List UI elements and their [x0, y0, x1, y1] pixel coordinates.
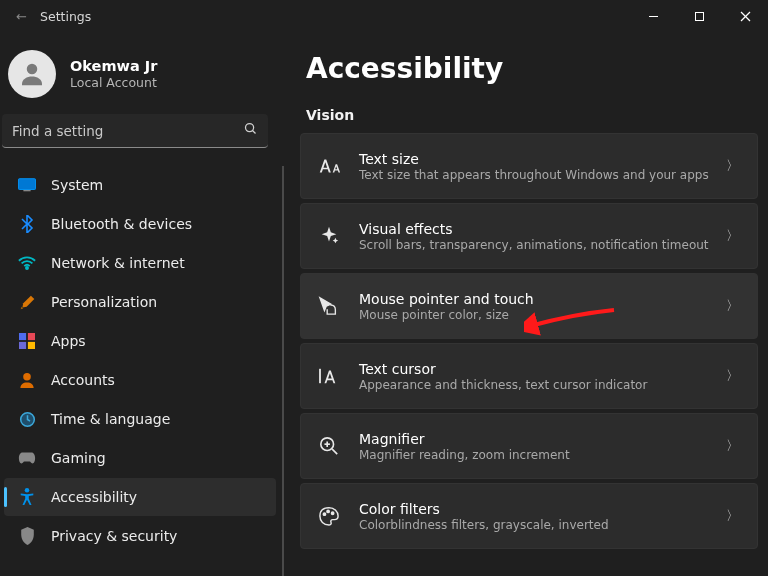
- gaming-icon: [18, 449, 36, 467]
- accessibility-icon: [18, 488, 36, 506]
- sidebar-item-label: Apps: [51, 333, 86, 349]
- svg-rect-18: [319, 369, 321, 383]
- maximize-button[interactable]: [676, 0, 722, 32]
- card-visual-effects[interactable]: Visual effects Scroll bars, transparency…: [300, 203, 758, 269]
- sidebar-item-gaming[interactable]: Gaming: [4, 439, 276, 477]
- sidebar-item-label: Network & internet: [51, 255, 185, 271]
- card-subtitle: Scroll bars, transparency, animations, n…: [359, 238, 710, 252]
- bluetooth-icon: [18, 215, 36, 233]
- sidebar-item-network[interactable]: Network & internet: [4, 244, 276, 282]
- card-title: Text size: [359, 151, 710, 167]
- palette-icon: [315, 506, 343, 526]
- card-title: Magnifier: [359, 431, 710, 447]
- svg-point-24: [327, 510, 329, 512]
- sidebar-item-label: Accessibility: [51, 489, 137, 505]
- user-sub: Local Account: [70, 75, 157, 90]
- user-profile[interactable]: Okemwa Jr Local Account: [0, 32, 284, 112]
- card-subtitle: Colorblindness filters, grayscale, inver…: [359, 518, 710, 532]
- card-subtitle: Text size that appears throughout Window…: [359, 168, 710, 182]
- chevron-right-icon: 〉: [726, 367, 739, 385]
- svg-point-4: [27, 64, 38, 75]
- sidebar-item-label: Personalization: [51, 294, 157, 310]
- text-size-icon: [315, 157, 343, 175]
- svg-rect-8: [23, 190, 30, 191]
- card-mouse-pointer[interactable]: Mouse pointer and touch Mouse pointer co…: [300, 273, 758, 339]
- sidebar-item-label: Gaming: [51, 450, 106, 466]
- sidebar-item-accessibility[interactable]: Accessibility: [4, 478, 276, 516]
- svg-rect-13: [28, 342, 35, 349]
- minimize-button[interactable]: [630, 0, 676, 32]
- svg-rect-7: [18, 179, 35, 190]
- card-subtitle: Mouse pointer color, size: [359, 308, 710, 322]
- sidebar-item-label: Bluetooth & devices: [51, 216, 192, 232]
- sidebar-item-bluetooth[interactable]: Bluetooth & devices: [4, 205, 276, 243]
- card-title: Visual effects: [359, 221, 710, 237]
- svg-point-9: [26, 267, 28, 269]
- card-text-cursor[interactable]: Text cursor Appearance and thickness, te…: [300, 343, 758, 409]
- svg-line-20: [332, 449, 337, 454]
- person-icon: [18, 371, 36, 389]
- search-input[interactable]: Find a setting: [2, 114, 268, 148]
- card-subtitle: Magnifier reading, zoom increment: [359, 448, 710, 462]
- sidebar-item-label: Time & language: [51, 411, 170, 427]
- card-title: Color filters: [359, 501, 710, 517]
- svg-point-17: [25, 488, 30, 493]
- sidebar-item-label: Privacy & security: [51, 528, 177, 544]
- window-title: Settings: [40, 9, 91, 24]
- sidebar-item-label: System: [51, 177, 103, 193]
- sidebar-item-accounts[interactable]: Accounts: [4, 361, 276, 399]
- user-name: Okemwa Jr: [70, 58, 157, 74]
- svg-rect-1: [695, 12, 703, 20]
- svg-point-23: [323, 513, 325, 515]
- shield-icon: [18, 527, 36, 545]
- chevron-right-icon: 〉: [726, 157, 739, 175]
- sidebar-item-apps[interactable]: Apps: [4, 322, 276, 360]
- svg-rect-11: [28, 333, 35, 340]
- svg-point-5: [246, 124, 254, 132]
- pointer-icon: [315, 296, 343, 316]
- card-magnifier[interactable]: Magnifier Magnifier reading, zoom increm…: [300, 413, 758, 479]
- card-title: Mouse pointer and touch: [359, 291, 710, 307]
- apps-icon: [18, 332, 36, 350]
- brush-icon: [18, 293, 36, 311]
- search-icon: [243, 121, 258, 140]
- page-title: Accessibility: [306, 52, 758, 85]
- sidebar-item-system[interactable]: System: [4, 166, 276, 204]
- back-icon[interactable]: ←: [16, 9, 30, 24]
- window-controls: [630, 0, 768, 32]
- sidebar-nav: System Bluetooth & devices Network & int…: [0, 166, 284, 555]
- clock-icon: [18, 410, 36, 428]
- svg-line-6: [253, 131, 256, 134]
- card-color-filters[interactable]: Color filters Colorblindness filters, gr…: [300, 483, 758, 549]
- sidebar-item-label: Accounts: [51, 372, 115, 388]
- sidebar-item-privacy[interactable]: Privacy & security: [4, 517, 276, 555]
- svg-rect-10: [19, 333, 26, 340]
- text-cursor-icon: [315, 367, 343, 385]
- svg-rect-12: [19, 342, 26, 349]
- chevron-right-icon: 〉: [726, 437, 739, 455]
- magnifier-icon: [315, 436, 343, 456]
- wifi-icon: [18, 254, 36, 272]
- search-placeholder: Find a setting: [12, 123, 243, 139]
- chevron-right-icon: 〉: [726, 507, 739, 525]
- sidebar-item-time[interactable]: Time & language: [4, 400, 276, 438]
- card-subtitle: Appearance and thickness, text cursor in…: [359, 378, 710, 392]
- chevron-right-icon: 〉: [726, 297, 739, 315]
- svg-point-14: [23, 372, 31, 380]
- section-label: Vision: [306, 107, 758, 123]
- sidebar-item-personalization[interactable]: Personalization: [4, 283, 276, 321]
- avatar: [8, 50, 56, 98]
- system-icon: [18, 176, 36, 194]
- card-title: Text cursor: [359, 361, 710, 377]
- sparkle-icon: [315, 225, 343, 247]
- card-text-size[interactable]: Text size Text size that appears through…: [300, 133, 758, 199]
- svg-point-25: [331, 512, 333, 514]
- close-button[interactable]: [722, 0, 768, 32]
- chevron-right-icon: 〉: [726, 227, 739, 245]
